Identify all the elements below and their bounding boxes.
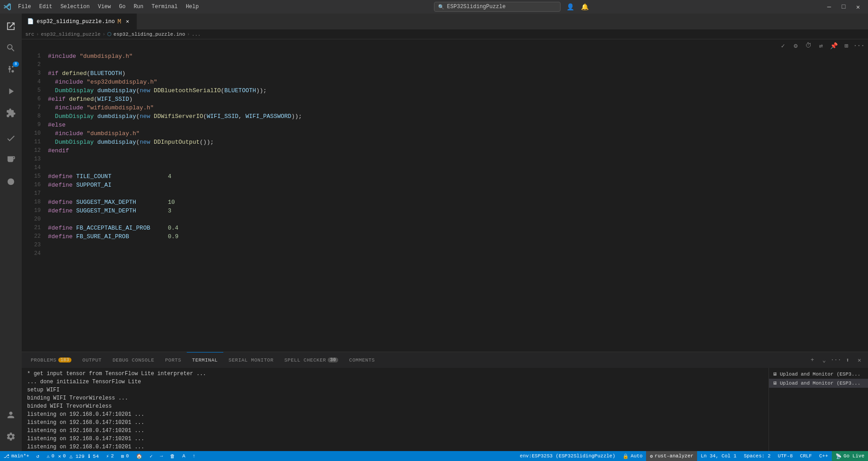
menu-terminal[interactable]: Terminal	[148, 3, 181, 11]
panel-tab-spell-checker[interactable]: SPELL CHECKER 30	[279, 352, 344, 368]
panel-tab-serial-monitor[interactable]: SERIAL MONITOR	[223, 352, 279, 368]
sidebar-item-search[interactable]	[0, 37, 22, 59]
breadcrumb-file-icon: ⬡	[107, 31, 112, 37]
svg-point-0	[8, 179, 14, 185]
panel-tab-debug-console[interactable]: DEBUG CONSOLE	[107, 352, 160, 368]
close-button[interactable]: ✕	[852, 2, 864, 11]
layout-icon[interactable]: ⊞	[841, 41, 852, 51]
ports-label: PORTS	[165, 358, 181, 363]
breadcrumb-folder[interactable]: esp32_sliding_puzzle	[41, 32, 100, 37]
status-errors-label: 0	[63, 453, 66, 459]
status-language[interactable]: C++	[816, 451, 832, 461]
upload-icon: ↑	[193, 453, 196, 459]
status-position[interactable]: Ln 34, Col 1	[697, 451, 740, 461]
status-check[interactable]: ✓	[146, 451, 156, 461]
status-tasks[interactable]: ⚡ 2	[103, 451, 118, 461]
title-bar-right: — □ ✕	[823, 2, 864, 11]
spell-checker-badge: 30	[328, 358, 338, 362]
terminal-line-3: setup WIFI	[27, 386, 763, 394]
status-trash[interactable]: 🗑	[166, 451, 179, 461]
sidebar-item-run[interactable]	[0, 80, 22, 102]
line-numbers: 1 2 3 4 5 6 7 8 9 10 11 12 13 14 15 16 1	[22, 52, 44, 352]
more-actions-icon[interactable]: ···	[854, 41, 864, 51]
terminal-more-button[interactable]: ···	[831, 355, 841, 365]
code-line-6: #elif defined(WIFI_SSID)	[48, 95, 864, 103]
status-upload[interactable]: ↑	[189, 451, 199, 461]
menu-go[interactable]: Go	[115, 3, 129, 11]
status-ports[interactable]: ⊞ 0	[118, 451, 132, 461]
panel-close-button[interactable]: ✕	[854, 355, 864, 365]
menu-help[interactable]: Help	[182, 3, 203, 11]
search-bar[interactable]: 🔍 ESP32SlidingPuzzle	[434, 2, 561, 12]
terminal-content[interactable]: * get input tensor from TensorFlow Lite …	[22, 368, 769, 451]
breadcrumb-file[interactable]: esp32_sliding_puzzle.ino	[113, 32, 185, 37]
terminal-side-panel: 🖥 Upload and Monitor (ESP3... 🖥 Upload a…	[769, 368, 868, 451]
minimize-button[interactable]: —	[823, 2, 835, 11]
status-encoding[interactable]: UTF-8	[774, 451, 797, 461]
terminal-line-6: listening on 192.168.0.147:10201 ...	[27, 410, 763, 419]
code-line-2	[48, 61, 864, 69]
breadcrumb-symbol[interactable]: ...	[192, 32, 201, 37]
status-env[interactable]: env:ESP32S3 (ESP32SlidingPuzzle)	[516, 451, 619, 461]
terminal-instance-2[interactable]: 🖥 Upload and Monitor (ESP3...	[769, 379, 868, 388]
menu-selection[interactable]: Selection	[57, 3, 94, 11]
status-go-live[interactable]: 📡 Go Live	[832, 451, 868, 461]
code-line-3: #if defined(BLUETOOTH)	[48, 69, 864, 78]
status-line-ending[interactable]: CRLF	[797, 451, 816, 461]
sidebar-item-liveshare[interactable]	[0, 171, 22, 193]
terminal-split-dropdown[interactable]: ⌄	[819, 355, 829, 365]
env-label: env:ESP32S3 (ESP32SlidingPuzzle)	[520, 453, 615, 459]
panel-tab-problems[interactable]: PROBLEMS 183	[25, 352, 77, 368]
sidebar-item-testing[interactable]	[0, 127, 22, 149]
trash-icon: 🗑	[170, 453, 175, 459]
terminal-instance-1[interactable]: 🖥 Upload and Monitor (ESP3...	[769, 370, 868, 379]
menu-view[interactable]: View	[94, 3, 114, 11]
history-icon[interactable]: ⏱	[803, 41, 814, 51]
panel-tab-terminal[interactable]: TERMINAL	[187, 352, 223, 368]
go-live-label: Go Live	[844, 453, 864, 459]
problems-badge: 183	[58, 358, 72, 362]
go-live-icon: 📡	[835, 453, 842, 459]
menu-edit[interactable]: Edit	[36, 3, 56, 11]
tasks-icon: ⚡	[106, 453, 109, 459]
sidebar-item-settings[interactable]	[0, 426, 22, 447]
panel-tab-output[interactable]: OUTPUT	[77, 352, 107, 368]
add-terminal-button[interactable]: +	[807, 355, 817, 365]
sidebar-item-account[interactable]	[0, 404, 22, 426]
split-icon[interactable]: ⇄	[816, 41, 826, 51]
status-spaces[interactable]: Spaces: 2	[740, 451, 774, 461]
status-home[interactable]: 🏠	[132, 451, 146, 461]
status-problems[interactable]: ⚠ 0 ✕ 0 △ 129 ℹ 54	[43, 451, 102, 461]
tab-close-button[interactable]: ✕	[124, 18, 131, 25]
code-line-7: #include "wifidumbdisplay.h"	[48, 103, 864, 112]
check-mark-icon[interactable]: ✓	[778, 41, 788, 51]
debug-console-label: DEBUG CONSOLE	[113, 358, 154, 363]
settings-gear-icon[interactable]: ⚙	[790, 41, 801, 51]
status-branch[interactable]: ⎇ main*+	[0, 451, 33, 461]
sync-icon: ↺	[37, 453, 40, 459]
tab-active[interactable]: 📄 esp32_sliding_puzzle.ino M ✕	[22, 14, 137, 29]
sidebar-item-remote[interactable]	[0, 149, 22, 171]
status-rust-analyzer[interactable]: ⚙ rust-analyzer	[646, 451, 697, 461]
breadcrumb-src[interactable]: src	[25, 32, 34, 37]
menu-run[interactable]: Run	[130, 3, 147, 11]
code-editor[interactable]: 1 2 3 4 5 6 7 8 9 10 11 12 13 14 15 16 1	[22, 52, 868, 352]
menu-file[interactable]: File	[14, 3, 35, 11]
sidebar-item-extensions[interactable]	[0, 102, 22, 124]
panel-tab-ports[interactable]: PORTS	[160, 352, 187, 368]
status-font[interactable]: A	[179, 451, 189, 461]
error-icon: ✕	[58, 453, 61, 459]
panel-maximize-button[interactable]: ⬆	[843, 355, 853, 365]
sidebar-item-source-control[interactable]: 8	[0, 59, 22, 80]
status-auto[interactable]: 🔒 Auto	[619, 451, 646, 461]
code-line-24	[48, 249, 864, 258]
sidebar-item-explorer[interactable]	[0, 15, 22, 37]
pin-icon[interactable]: 📌	[828, 41, 839, 51]
notifications-icon[interactable]: 🔔	[579, 2, 591, 11]
terminal-label: TERMINAL	[192, 358, 218, 363]
status-arrow[interactable]: →	[156, 451, 167, 461]
account-icon[interactable]: 👤	[564, 2, 577, 11]
panel-tab-comments[interactable]: COMMENTS	[344, 352, 380, 368]
status-sync[interactable]: ↺	[33, 451, 43, 461]
maximize-button[interactable]: □	[837, 2, 850, 11]
